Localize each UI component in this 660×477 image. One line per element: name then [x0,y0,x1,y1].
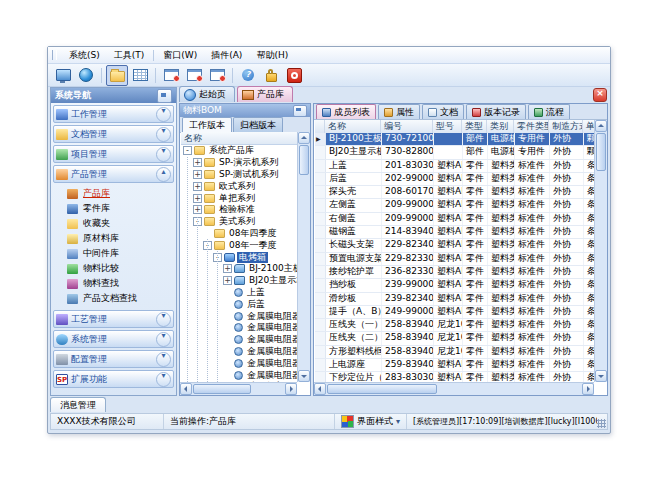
scroll-up-icon[interactable] [298,132,310,144]
tree-vertical-scrollbar[interactable] [297,132,310,382]
tab-workflow[interactable]: 流程 [528,104,570,119]
tree-node[interactable]: + 单把系列 [181,192,297,204]
column-header[interactable]: 型号 [433,120,462,133]
scroll-right-icon[interactable] [285,383,297,395]
sidebar-group-work[interactable]: 工作管理 [53,105,174,123]
tab-version-history[interactable]: 版本记录 [466,104,526,119]
monitor-icon[interactable] [52,65,74,86]
tab-working-version[interactable]: 工作版本 [182,117,232,132]
chevron-down-icon[interactable] [156,312,171,327]
menu-help[interactable]: 帮助(H) [249,48,295,63]
tab-product-library[interactable]: 产品库 [237,86,293,102]
scroll-down-icon[interactable] [595,370,607,382]
tree-node[interactable]: + SP-演示机系列 [181,157,297,169]
tree-node[interactable]: 08年四季度 [181,228,297,240]
table-row[interactable]: 挡纱板 239-990001-01X 塑料ABS 零件 塑料类 标准件 外协 条 [315,279,594,292]
table-row[interactable]: 方形塑料线框 258-839403-00X 尼龙1010 零件 塑料类 标准件 … [315,346,594,359]
tree-expander[interactable]: - [183,146,192,155]
table-row[interactable]: 下纱定位片（左） 283-830301-00X 塑料ABS 零件 塑料类 标准件… [315,372,594,382]
tree-node[interactable]: + 欧式系列 [181,180,297,192]
scrollbar-thumb[interactable] [327,384,437,394]
scrollbar-thumb[interactable] [596,133,606,171]
tab-archived-version[interactable]: 归档版本 [233,117,283,132]
sidebar-item[interactable]: 中间件库 [51,246,176,261]
table-row[interactable]: 左侧盖 209-990001-01X 塑料ABS 零件 塑料类 标准件 外协 条 [315,199,594,212]
help-icon[interactable] [237,65,259,86]
column-header[interactable]: 单位 [583,120,594,133]
table-row[interactable]: 预置电源支架 229-823302-00X 塑料ABS 零件 塑料类 标准件 外… [315,253,594,266]
new-window-icon[interactable] [160,65,182,86]
menu-window[interactable]: 窗口(W) [156,48,204,63]
sidebar-item[interactable]: 零件库 [51,201,176,216]
tree-node[interactable]: 上盖 [181,287,297,299]
tree-column-header[interactable]: 名称 [181,132,297,145]
column-header[interactable]: 类别 [487,120,514,133]
scroll-down-icon[interactable] [298,370,310,382]
tree-expander[interactable] [223,347,232,356]
tree-node[interactable]: 金属膜电阻器 [181,357,297,369]
tree-expander[interactable]: + [223,264,232,273]
exit-icon[interactable] [283,65,305,86]
edit-window-icon[interactable] [183,65,205,86]
tree-node[interactable]: - 08年一季度 [181,239,297,251]
sidebar-item[interactable]: 物料比较 [51,261,176,276]
table-row[interactable]: BJ20主显示板 730-828000-04X 部件 电源板 专用件 外协 颗 [315,146,594,159]
tab-start-page[interactable]: 起始页 [179,86,235,102]
tree-node[interactable]: + SP-测试机系列 [181,169,297,181]
table-row[interactable]: BJ-2100主板单点 730-721000-12X 部件 电源板 专用件 外协… [315,133,594,146]
tree-node[interactable]: - 系统产品库 [181,145,297,157]
sidebar-item[interactable]: 物料查找 [51,276,176,291]
tree-node[interactable]: 金属膜电阻器 [181,369,297,381]
tree-node[interactable]: 金属膜电阻器 [181,310,297,322]
sidebar-group-product[interactable]: 产品管理 [53,165,174,183]
column-header[interactable]: 零件类型 [514,120,549,133]
tree-expander[interactable] [223,335,232,344]
tree-expander[interactable]: + [193,205,202,214]
tree-horizontal-scrollbar[interactable] [180,382,297,395]
tree-expander[interactable]: + [193,182,202,191]
tree-expander[interactable]: + [193,170,202,179]
menu-plugins[interactable]: 插件(A) [204,48,249,63]
resize-grip[interactable] [597,419,606,428]
menu-system[interactable]: 系统(S) [62,48,107,63]
menu-tools[interactable]: 工具(T) [107,48,152,63]
tree-node[interactable]: - 美式系列 [181,216,297,228]
table-row[interactable]: 接纱轮护罩 236-823301-00X 塑料ABS 零件 塑料类 标准件 外协… [315,266,594,279]
table-row[interactable]: 压线夹（一） 258-839401-00X 尼龙1010 零件 塑料类 标准件 … [315,319,594,332]
scrollbar-thumb[interactable] [299,145,309,175]
tree-expander[interactable] [223,359,232,368]
scroll-left-icon[interactable] [180,383,192,395]
table-row[interactable]: 磁钢盖 214-839404-01X 塑料ABS 零件 塑料类 标准件 外协 条 [315,226,594,239]
table-row[interactable]: 后盖 202-990002-01X 塑料ABS 零件 塑料类 标准件 外协 条 [315,173,594,186]
tree-expander[interactable] [223,300,232,309]
table-vertical-scrollbar[interactable] [594,120,607,382]
chevron-up-icon[interactable] [156,167,171,182]
tree-node[interactable]: + BJ20主显示板 [181,275,297,287]
table-row[interactable]: 长磁头支架 229-823401-00X 塑料ABS 零件 塑料类 标准件 外协… [315,239,594,252]
tree-node[interactable]: 金属膜电阻器 [181,334,297,346]
tree-node[interactable]: + 检验标准 [181,204,297,216]
tree-expander[interactable] [203,229,212,238]
sidebar-group-project[interactable]: 项目管理 [53,145,174,163]
tree-expander[interactable] [223,371,232,380]
tree-node[interactable]: - 电烤箱 [181,251,297,263]
tree-expander[interactable] [223,323,232,332]
column-header[interactable]: 制造方式 [549,120,583,133]
sidebar-group-craft[interactable]: 工艺管理 [53,310,174,328]
table-row[interactable]: 滑纱板 239-823401-00X 塑料ABS 零件 塑料类 标准件 外协 条 [315,293,594,306]
close-icon[interactable] [593,88,607,102]
scroll-right-icon[interactable] [582,383,594,395]
sidebar-group-extension[interactable]: SP 扩展功能 [53,370,174,388]
report-grid-icon[interactable] [129,65,151,86]
table-row[interactable]: 探头壳 208-601701-01X 塑料ABS 零件 塑料类 标准件 外协 条 [315,186,594,199]
tab-documents[interactable]: 文档 [422,104,464,119]
table-row[interactable]: 提手（A、B） 249-990001-01X 塑料ABS 零件 塑料类 标准件 … [315,306,594,319]
scroll-up-icon[interactable] [595,120,607,132]
sidebar-item[interactable]: 产品库 [51,186,176,201]
chevron-down-icon[interactable] [156,332,171,347]
sidebar-item[interactable]: 产品文档查找 [51,291,176,306]
scrollbar-thumb[interactable] [193,384,251,394]
sidebar-group-system[interactable]: 系统管理 [53,330,174,348]
tree-node[interactable]: 金属膜电阻器 [181,346,297,358]
chevron-down-icon[interactable] [156,107,171,122]
